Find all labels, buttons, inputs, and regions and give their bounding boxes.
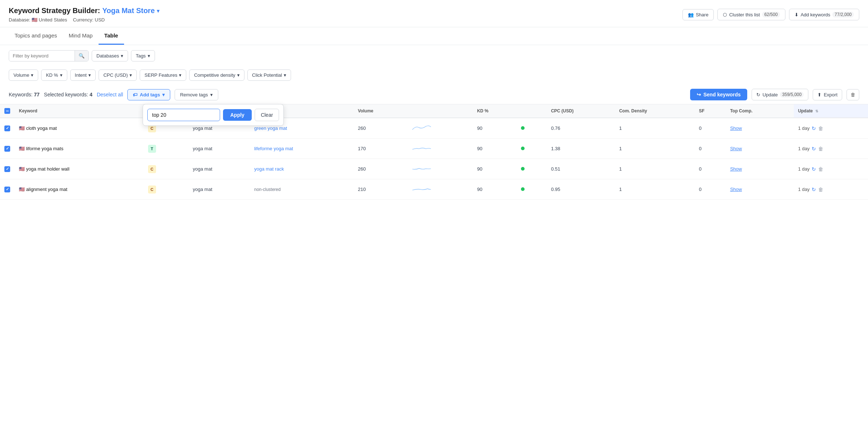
databases-filter[interactable]: Databases ▾ <box>92 50 128 61</box>
share-icon: 👥 <box>688 12 694 17</box>
update-cell: 1 day ↻ 🗑 <box>794 179 868 200</box>
refresh-icon[interactable]: ↻ <box>812 146 816 152</box>
tab-topics-and-pages[interactable]: Topics and pages <box>9 27 63 45</box>
show-link[interactable]: Show <box>730 187 742 192</box>
intent-filter[interactable]: Intent ▾ <box>70 69 96 81</box>
kd-cell: 90 <box>473 139 517 159</box>
add-keywords-button[interactable]: ⬇ Add keywords 77/2,000 <box>789 9 859 20</box>
row-checkbox-cell <box>0 159 15 179</box>
row-delete-icon[interactable]: 🗑 <box>818 187 823 192</box>
keyword-link[interactable]: liforme yoga mats <box>26 146 64 151</box>
volume-cell: 170 <box>354 139 406 159</box>
competitive-density-filter[interactable]: Competitive density ▾ <box>189 69 244 81</box>
keyword-link[interactable]: cloth yoga mat <box>26 125 57 131</box>
kd-chevron-icon: ▾ <box>60 72 63 78</box>
deselect-all-link[interactable]: Deselect all <box>97 92 123 97</box>
cpc-value: 0.95 <box>551 187 560 192</box>
show-link[interactable]: Show <box>730 166 742 172</box>
send-keywords-button[interactable]: ↪ Send keywords <box>690 89 747 100</box>
row-checkbox[interactable] <box>4 146 10 152</box>
cluster-badge: 62/500 <box>762 12 780 17</box>
serp-features-filter[interactable]: SERP Features ▾ <box>140 69 186 81</box>
row-checkbox[interactable] <box>4 187 10 192</box>
delete-button[interactable]: 🗑 <box>847 89 859 100</box>
tags-filter[interactable]: Tags ▾ <box>131 50 155 61</box>
th-keyword[interactable]: Keyword <box>15 104 144 118</box>
select-all-checkbox[interactable] <box>4 108 10 114</box>
th-kd[interactable]: KD % <box>473 104 517 118</box>
apply-button[interactable]: Apply <box>223 109 252 121</box>
com-density-cell: 1 <box>615 139 694 159</box>
tab-mind-map[interactable]: Mind Map <box>63 27 99 45</box>
th-cpc[interactable]: CPC (USD) <box>547 104 615 118</box>
update-cell-content: 1 day ↻ 🗑 <box>798 187 864 192</box>
share-button[interactable]: 👥 Share <box>682 9 714 20</box>
keyword-link[interactable]: alignment yoga mat <box>26 187 67 192</box>
trash-icon: 🗑 <box>851 92 855 97</box>
cpc-value: 0.51 <box>551 166 560 172</box>
keyword-cell: 🇺🇸 cloth yoga mat <box>15 118 144 139</box>
trend-chart <box>411 184 433 194</box>
volume-cell: 210 <box>354 179 406 200</box>
row-delete-icon[interactable]: 🗑 <box>818 146 823 152</box>
keyword-cell: 🇺🇸 yoga mat holder wall <box>15 159 144 179</box>
com-density-value: 1 <box>619 125 622 131</box>
header-actions: 👥 Share ⬡ Cluster this list 62/500 ⬇ Add… <box>682 9 859 20</box>
intent-cell: T <box>144 139 188 159</box>
filter-keyword-input[interactable] <box>9 51 75 61</box>
show-link[interactable]: Show <box>730 125 742 131</box>
title-chevron-icon[interactable]: ▾ <box>157 8 159 14</box>
kd-dot-cell <box>517 139 547 159</box>
update-cell: 1 day ↻ 🗑 <box>794 139 868 159</box>
refresh-icon[interactable]: ↻ <box>812 166 816 172</box>
tab-table[interactable]: Table <box>99 27 124 45</box>
click-potential-filter[interactable]: Click Potential ▾ <box>247 69 291 81</box>
intent-badge: C <box>148 165 156 173</box>
trend-chart <box>411 143 433 153</box>
kd-dot-icon <box>521 147 525 150</box>
sort-icon: ⇅ <box>815 109 818 113</box>
filter-search-button[interactable]: 🔍 <box>75 51 88 61</box>
volume-value: 260 <box>358 125 366 131</box>
trend-cell <box>406 159 473 179</box>
cluster-link[interactable]: yoga mat rack <box>254 166 284 172</box>
send-icon: ↪ <box>697 92 701 97</box>
volume-filter[interactable]: Volume ▾ <box>9 69 38 81</box>
cluster-list-button[interactable]: ⬡ Cluster this list 62/500 <box>717 9 785 20</box>
action-bar: Keywords: 77 Selected keywords: 4 Desele… <box>0 85 868 104</box>
row-delete-icon[interactable]: 🗑 <box>818 166 823 172</box>
trend-cell <box>406 139 473 159</box>
databases-chevron-icon: ▾ <box>121 53 123 59</box>
title-brand[interactable]: Yoga Mat Store <box>102 7 155 15</box>
add-keywords-badge: 77/2,000 <box>832 12 854 17</box>
cluster-link[interactable]: green yoga mat <box>254 125 287 131</box>
keyword-link[interactable]: yoga mat holder wall <box>26 166 69 172</box>
trend-cell <box>406 118 473 139</box>
update-cell-content: 1 day ↻ 🗑 <box>798 146 864 152</box>
update-cell-content: 1 day ↻ 🗑 <box>798 125 864 131</box>
row-checkbox[interactable] <box>4 125 10 131</box>
export-button[interactable]: ⬆ Export <box>813 89 842 100</box>
refresh-icon[interactable]: ↻ <box>812 125 816 131</box>
comp-density-chevron-icon: ▾ <box>237 72 240 78</box>
row-checkbox[interactable] <box>4 166 10 172</box>
remove-tags-button[interactable]: Remove tags ▾ <box>175 89 218 100</box>
show-link[interactable]: Show <box>730 146 742 151</box>
kd-dot-icon <box>521 187 525 191</box>
clear-button[interactable]: Clear <box>255 109 279 121</box>
th-volume[interactable]: Volume <box>354 104 406 118</box>
th-sf[interactable]: SF <box>694 104 726 118</box>
cpc-filter[interactable]: CPC (USD) ▾ <box>99 69 137 81</box>
cluster-icon: ⬡ <box>723 12 727 17</box>
kd-filter[interactable]: KD % ▾ <box>41 69 67 81</box>
refresh-icon[interactable]: ↻ <box>812 187 816 192</box>
update-age: 1 day <box>798 166 810 172</box>
th-top-comp: Top Comp. <box>726 104 794 118</box>
update-button[interactable]: ↻ Update 359/5,000 <box>752 89 808 100</box>
tag-name-input[interactable] <box>147 109 220 121</box>
cluster-link[interactable]: lifeforme yoga mat <box>254 146 293 151</box>
add-tags-button[interactable]: 🏷 Add tags ▾ <box>127 89 170 100</box>
trend-chart <box>411 163 433 173</box>
th-com-density[interactable]: Com. Density <box>615 104 694 118</box>
row-delete-icon[interactable]: 🗑 <box>818 125 823 131</box>
